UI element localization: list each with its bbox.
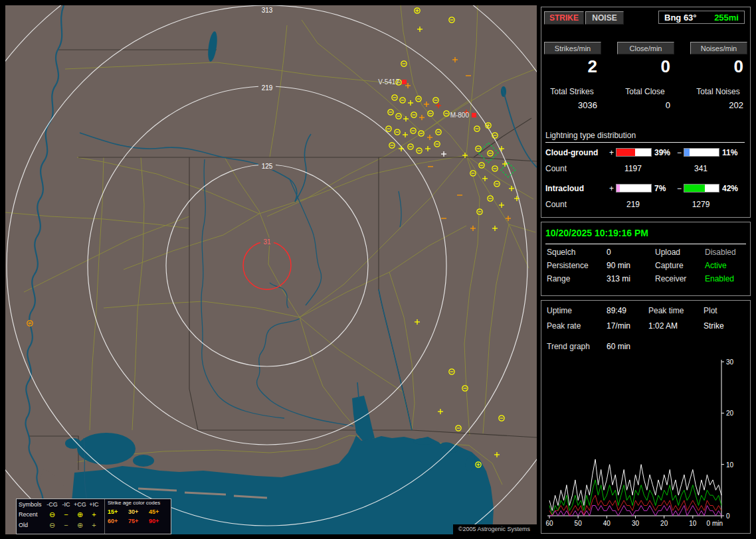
station-marker: M-800 [450,112,476,119]
strike-cgn-icon [386,126,391,131]
cg-neg-old-icon: ⊖ [45,522,59,529]
squelch-label: Squelch [547,248,575,257]
status-row: Range 313 mi Receiver Enabled [541,274,750,285]
ic-pos-recent-icon: + [87,511,101,518]
ic-minus-count: 1279 [684,200,718,209]
total-noises-label: Total Noises [690,87,746,96]
receiver-status: Enabled [705,274,734,283]
strike-cgn-icon [449,17,454,23]
count-label: Count [545,164,567,173]
strike-icp-icon [509,186,514,191]
noises-per-min-button[interactable]: Noises/min [690,42,747,54]
legend-recent-label: Recent [19,511,45,518]
strikes-per-min-button[interactable]: Strikes/min [544,42,601,54]
upload-status: Disabled [705,248,736,257]
intracloud-count-row: Count 219 1279 [541,200,750,210]
strike-cgn-icon [476,146,481,151]
strike-icp-icon [408,100,413,106]
svg-text:20: 20 [660,520,668,527]
cg-minus-count: 341 [684,164,718,173]
strike-cgn-icon [462,386,468,391]
strike-cgn-icon [388,110,393,115]
strike-cgn-icon [436,129,441,135]
range-ring-label: 125 [258,162,276,170]
ic-plus-count: 219 [616,200,650,209]
status-panel: 10/20/2025 10:19:16 PM Squelch 0 Upload … [541,222,751,296]
strike-cgn-icon [488,196,493,201]
strike-cgn-icon [401,61,407,66]
cg-pos-recent-icon: ⊕ [73,511,87,518]
range-ring-label: 219 [258,84,276,92]
uptime-row: Uptime 89:49 Peak time Plot [541,306,750,317]
copyright-notice: ©2005 Astrogenic Systems [453,524,537,534]
strike-cgp-icon [415,8,420,13]
strike-icp-icon [482,176,488,181]
strike-icp-icon [438,409,443,414]
trend-chart: 30201006050403020100 min [544,356,747,530]
cg-plus-count: 1197 [616,164,650,173]
total-close-label: Total Close [617,87,673,96]
range-ring-label: 313 [258,6,276,14]
legend-col-cg-pos: +CG [73,501,87,508]
status-row: Squelch 0 Upload Disabled [541,248,750,258]
strike-icp-icon [424,102,429,107]
svg-text:219: 219 [262,84,273,92]
bearing-display: Bng 63° 255mi [658,11,745,24]
strike-cgn-icon [494,181,500,187]
ic-minus-bar [684,184,719,193]
strike-icp-icon [399,146,404,151]
svg-text:0: 0 [726,512,730,520]
strike-cgn-icon [470,171,476,176]
strike-cgn-icon [392,95,397,100]
peak-time-value: 1:02 AM [648,321,678,331]
noise-mode-button[interactable]: NOISE [585,11,624,25]
strike-icp-icon [425,146,430,151]
strike-icp-icon [470,226,476,231]
strike-cgn-icon [488,151,493,156]
strike-cgn-icon [408,144,413,149]
receiver-label: Receiver [655,274,686,283]
strike-icp-icon [415,319,420,325]
bearing-range-value: 255mi [714,13,739,23]
strike-cgn-icon [456,425,461,431]
ic-minus-percent: 42% [722,184,738,193]
plus-sign: + [609,148,614,157]
close-per-min-button[interactable]: Close/min [617,42,674,54]
strike-icp-icon [436,103,441,108]
uptime-trend-panel: Uptime 89:49 Peak time Plot Peak rate 17… [541,300,751,534]
peak-rate-label: Peak rate [547,321,581,331]
bearing-value: Bng 63° [664,13,697,23]
age-60: 60+ [108,518,128,527]
strike-cgn-icon [417,148,422,153]
strike-icp-icon [417,27,423,32]
total-noises-value: 202 [690,100,743,110]
strike-cgn-icon [395,129,400,135]
peak-time-label: Peak time [648,306,684,315]
svg-text:30: 30 [632,520,640,527]
total-strikes-label: Total Strikes [544,87,600,96]
cloud-ground-label: Cloud-ground [545,148,598,157]
strike-age-header: Strike age color codes [108,500,169,508]
app-window: V-5417M-800 31321912531 Symbols -CG -IC … [0,0,756,539]
strike-icp-icon [403,116,409,121]
legend-col-cg-neg: -CG [45,501,59,508]
cg-pos-old-icon: ⊕ [73,522,87,529]
strike-cgn-icon [474,126,480,131]
capture-label: Capture [655,261,684,270]
legend-col-ic-neg: -IC [59,501,73,508]
persistence-label: Persistence [547,261,589,270]
strike-icp-icon [441,151,446,157]
strike-mode-button[interactable]: STRIKE [544,11,584,25]
water-bodies [25,5,537,534]
range-value: 313 mi [607,274,630,283]
ic-plus-bar [616,184,652,193]
strike-icp-icon [403,132,408,137]
intracloud-label: Intracloud [545,184,584,193]
cloud-ground-row: Cloud-ground + 39% − 11% [541,148,750,159]
strike-cgn-icon [433,98,438,103]
lightning-map[interactable]: V-5417M-800 31321912531 Symbols -CG -IC … [5,5,537,534]
trend-graph-label: Trend graph [547,342,590,351]
range-ring-label: 31 [260,238,274,246]
svg-text:31: 31 [263,238,271,246]
map-canvas[interactable]: V-5417M-800 31321912531 [5,5,537,534]
